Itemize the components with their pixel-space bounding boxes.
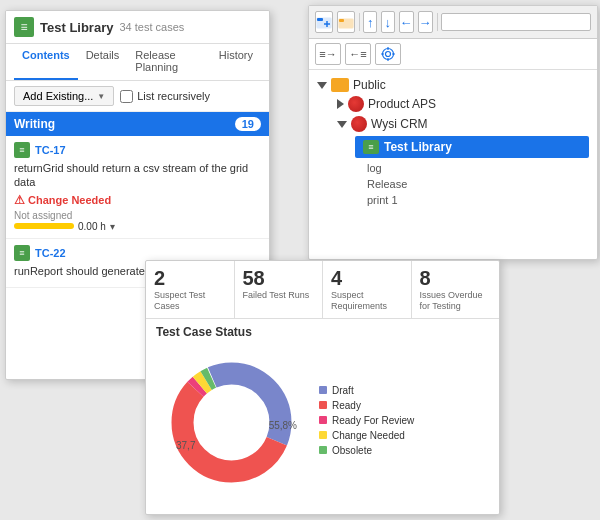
stat-suspect-requirements: 4 Suspect Requirements bbox=[323, 261, 412, 318]
test-library-icon bbox=[14, 17, 34, 37]
folder-button[interactable] bbox=[337, 11, 355, 33]
expand-wysi-icon bbox=[337, 121, 347, 128]
wysi-crm-icon bbox=[351, 116, 367, 132]
chart-title: Test Case Status bbox=[146, 319, 499, 341]
tree-item-print1[interactable]: print 1 bbox=[367, 192, 589, 208]
tree-search-input[interactable] bbox=[441, 13, 591, 31]
tc17-assigned: Not assigned bbox=[14, 210, 261, 221]
arrow-left-button[interactable]: ← bbox=[399, 11, 414, 33]
test-library-tree-label: Test Library bbox=[384, 140, 452, 154]
stat-label-failed-tr: Failed Test Runs bbox=[243, 290, 315, 301]
tree-item-test-library[interactable]: Test Library bbox=[355, 136, 589, 158]
legend-dot-draft bbox=[319, 386, 327, 394]
expand-product-icon bbox=[337, 99, 344, 109]
svg-rect-5 bbox=[339, 19, 344, 22]
tree-item-log[interactable]: log bbox=[367, 160, 589, 176]
section-name: Writing bbox=[14, 117, 55, 131]
stat-suspect-test-cases: 2 Suspect Test Cases bbox=[146, 261, 235, 318]
legend-dot-ready-for-review bbox=[319, 416, 327, 424]
tree-item-product-aps[interactable]: Product APS bbox=[317, 94, 589, 114]
legend-label-change-needed: Change Needed bbox=[332, 430, 405, 441]
svg-point-6 bbox=[383, 49, 394, 60]
legend-dot-change-needed bbox=[319, 431, 327, 439]
legend-label-obsolete: Obsolete bbox=[332, 445, 372, 456]
stat-label-suspect-tc: Suspect Test Cases bbox=[154, 290, 226, 312]
svg-rect-1 bbox=[317, 18, 323, 21]
bottom-panel: 2 Suspect Test Cases 58 Failed Test Runs… bbox=[145, 260, 500, 515]
checkbox-label-text: List recursively bbox=[137, 90, 210, 102]
add-existing-label: Add Existing... bbox=[23, 90, 93, 102]
indent-button[interactable]: ≡→ bbox=[315, 43, 341, 65]
left-panel-header: Test Library 34 test cases bbox=[6, 11, 269, 44]
pct-ready-label: 55,8% bbox=[269, 420, 297, 431]
right-panel: ↑ ↓ ← → ≡→ ←≡ Public Product APS Wy bbox=[308, 5, 598, 260]
add-existing-button[interactable]: Add Existing... ▼ bbox=[14, 86, 114, 106]
tree-item-wysi-crm[interactable]: Wysi CRM bbox=[317, 114, 589, 134]
tab-history[interactable]: History bbox=[211, 44, 261, 80]
stat-issues-overdue: 8 Issues Overdue for Testing bbox=[412, 261, 500, 318]
stat-label-overdue: Issues Overdue for Testing bbox=[420, 290, 492, 312]
right-panel-toolbar: ↑ ↓ ← → bbox=[309, 6, 597, 39]
legend-dot-ready bbox=[319, 401, 327, 409]
svg-point-7 bbox=[386, 52, 391, 57]
legend-dot-obsolete bbox=[319, 446, 327, 454]
stat-failed-test-runs: 58 Failed Test Runs bbox=[235, 261, 324, 318]
stat-number-suspect-tc: 2 bbox=[154, 267, 226, 290]
legend-draft: Draft bbox=[319, 385, 414, 396]
tc17-id: TC-17 bbox=[35, 144, 66, 156]
stat-number-overdue: 8 bbox=[420, 267, 492, 290]
tc17-progress-bar bbox=[14, 223, 74, 229]
tc17-status: Change Needed bbox=[14, 193, 111, 207]
arrow-down-button[interactable]: ↓ bbox=[381, 11, 395, 33]
test-case-tc17[interactable]: TC-17 returnGrid should return a csv str… bbox=[6, 136, 269, 239]
legend-label-draft: Draft bbox=[332, 385, 354, 396]
donut-chart: 37,7 55,8% bbox=[154, 345, 309, 500]
tree-item-public[interactable]: Public bbox=[317, 76, 589, 94]
tree-selected-row-container: Test Library bbox=[317, 136, 589, 158]
left-panel-title: Test Library bbox=[40, 20, 113, 35]
left-panel-tabs: Contents Details Release Planning Histor… bbox=[6, 44, 269, 81]
toolbar-row2: ≡→ ←≡ bbox=[309, 39, 597, 70]
stat-number-suspect-req: 4 bbox=[331, 267, 403, 290]
public-folder-icon bbox=[331, 78, 349, 92]
legend-obsolete: Obsolete bbox=[319, 445, 414, 456]
legend-label-ready-for-review: Ready For Review bbox=[332, 415, 414, 426]
tc17-time: 0.00 h bbox=[78, 221, 106, 232]
stat-label-suspect-req: Suspect Requirements bbox=[331, 290, 403, 312]
chart-legend: Draft Ready Ready For Review Change Need… bbox=[309, 385, 414, 460]
tc22-id: TC-22 bbox=[35, 247, 66, 259]
legend-ready-for-review: Ready For Review bbox=[319, 415, 414, 426]
legend-ready: Ready bbox=[319, 400, 414, 411]
tab-release-planning[interactable]: Release Planning bbox=[127, 44, 210, 80]
tab-details[interactable]: Details bbox=[78, 44, 128, 80]
wysi-crm-label: Wysi CRM bbox=[371, 117, 428, 131]
section-writing-header: Writing 19 bbox=[6, 112, 269, 136]
outdent-button[interactable]: ←≡ bbox=[345, 43, 371, 65]
tc22-icon bbox=[14, 245, 30, 261]
product-aps-label: Product APS bbox=[368, 97, 436, 111]
public-label: Public bbox=[353, 78, 386, 92]
list-recursively-checkbox-label[interactable]: List recursively bbox=[120, 90, 210, 103]
tree-area: Public Product APS Wysi CRM Test Library… bbox=[309, 70, 597, 214]
legend-label-ready: Ready bbox=[332, 400, 361, 411]
donut-hole bbox=[195, 385, 269, 459]
tab-contents[interactable]: Contents bbox=[14, 44, 78, 80]
tree-item-release[interactable]: Release bbox=[367, 176, 589, 192]
expand-public-icon bbox=[317, 82, 327, 89]
legend-change-needed: Change Needed bbox=[319, 430, 414, 441]
left-panel-toolbar: Add Existing... ▼ List recursively bbox=[6, 81, 269, 112]
list-recursively-checkbox[interactable] bbox=[120, 90, 133, 103]
arrow-right-button[interactable]: → bbox=[418, 11, 433, 33]
test-library-tree-icon bbox=[363, 140, 379, 154]
tc17-icon bbox=[14, 142, 30, 158]
target-button[interactable] bbox=[375, 43, 401, 65]
stat-number-failed-tr: 58 bbox=[243, 267, 315, 290]
stats-row: 2 Suspect Test Cases 58 Failed Test Runs… bbox=[146, 261, 499, 319]
tc17-time-arrow-icon: ▾ bbox=[110, 221, 115, 232]
pct-draft-label: 37,7 bbox=[176, 440, 195, 451]
tree-sub-items: log Release print 1 bbox=[317, 160, 589, 208]
folder-add-button[interactable] bbox=[315, 11, 333, 33]
chart-area: 37,7 55,8% Draft Ready Ready For Review … bbox=[146, 341, 499, 504]
arrow-up-button[interactable]: ↑ bbox=[363, 11, 377, 33]
left-panel-count: 34 test cases bbox=[119, 21, 184, 33]
